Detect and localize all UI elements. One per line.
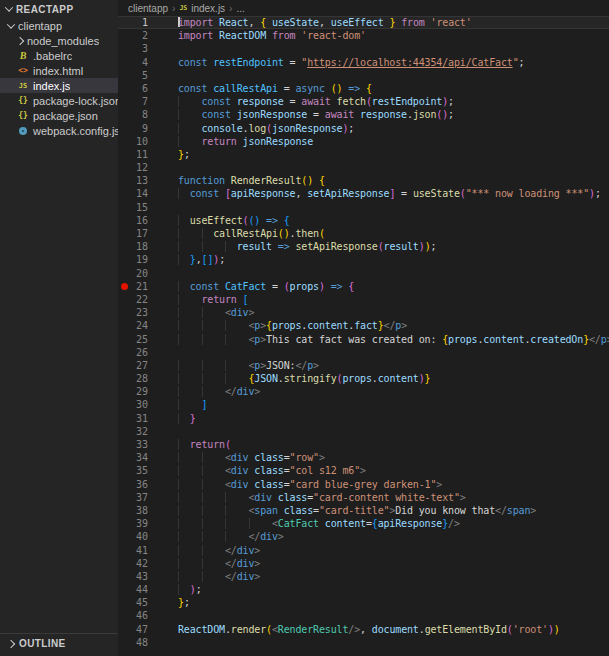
code-line-27[interactable]: 27 <p>JSON:</p> bbox=[118, 359, 609, 372]
code-line-7[interactable]: 7 const response = await fetch(restEndpo… bbox=[118, 95, 609, 108]
code-line-37[interactable]: 37 <div class="card-content white-text"> bbox=[118, 491, 609, 504]
gutter[interactable]: 13 bbox=[118, 174, 163, 187]
gutter[interactable]: 35 bbox=[118, 464, 163, 477]
breakpoint-icon[interactable] bbox=[118, 283, 131, 290]
gutter[interactable]: 9 bbox=[118, 122, 163, 135]
code-line-13[interactable]: 13function RenderResult() { bbox=[118, 174, 609, 187]
code-line-40[interactable]: 40 </div> bbox=[118, 530, 609, 543]
gutter[interactable]: 46 bbox=[118, 609, 163, 622]
gutter[interactable]: 23 bbox=[118, 306, 163, 319]
sidebar-item-package.json[interactable]: {}package.json bbox=[0, 108, 118, 123]
gutter[interactable]: 14 bbox=[118, 187, 163, 200]
gutter[interactable]: 47 bbox=[118, 623, 163, 636]
gutter[interactable]: 24 bbox=[118, 319, 163, 332]
code-line-35[interactable]: 35 <div class="col s12 m6"> bbox=[118, 464, 609, 477]
code-line-44[interactable]: 44 ); bbox=[118, 583, 609, 596]
gutter[interactable]: 29 bbox=[118, 385, 163, 398]
gutter[interactable]: 48 bbox=[118, 636, 163, 649]
sidebar-item-node_modules[interactable]: node_modules bbox=[0, 33, 118, 48]
code-line-10[interactable]: 10 return jsonResponse bbox=[118, 135, 609, 148]
gutter[interactable]: 22 bbox=[118, 293, 163, 306]
code-line-28[interactable]: 28 {JSON.stringify(props.content)} bbox=[118, 372, 609, 385]
code-line-41[interactable]: 41 </div> bbox=[118, 544, 609, 557]
code-line-38[interactable]: 38 <span class="card-title">Did you know… bbox=[118, 504, 609, 517]
code-line-18[interactable]: 18 result => setApiResponse(result)); bbox=[118, 240, 609, 253]
gutter[interactable]: 27 bbox=[118, 359, 163, 372]
code-line-47[interactable]: 47ReactDOM.render(<RenderResult/>, docum… bbox=[118, 623, 609, 636]
gutter[interactable]: 11 bbox=[118, 148, 163, 161]
gutter[interactable]: 18 bbox=[118, 240, 163, 253]
gutter[interactable]: 45 bbox=[118, 596, 163, 609]
code-line-42[interactable]: 42 </div> bbox=[118, 557, 609, 570]
gutter[interactable]: 7 bbox=[118, 95, 163, 108]
sidebar-item-index.html[interactable]: <>index.html bbox=[0, 63, 118, 78]
gutter[interactable]: 37 bbox=[118, 491, 163, 504]
code-line-43[interactable]: 43 </div> bbox=[118, 570, 609, 583]
gutter[interactable]: 26 bbox=[118, 346, 163, 359]
breadcrumb-folder[interactable]: clientapp bbox=[128, 3, 168, 14]
gutter[interactable]: 17 bbox=[118, 227, 163, 240]
gutter[interactable]: 34 bbox=[118, 451, 163, 464]
gutter[interactable]: 43 bbox=[118, 570, 163, 583]
code-line-1[interactable]: 1import React, { useState, useEffect } f… bbox=[118, 16, 609, 29]
code-line-34[interactable]: 34 <div class="row"> bbox=[118, 451, 609, 464]
code-line-33[interactable]: 33 return( bbox=[118, 438, 609, 451]
code-line-29[interactable]: 29 </div> bbox=[118, 385, 609, 398]
code-line-30[interactable]: 30 ] bbox=[118, 398, 609, 411]
sidebar-item-webpack.config.js[interactable]: webpack.config.js bbox=[0, 123, 118, 138]
gutter[interactable]: 12 bbox=[118, 161, 163, 174]
gutter[interactable]: 36 bbox=[118, 478, 163, 491]
code-line-17[interactable]: 17 callRestApi().then( bbox=[118, 227, 609, 240]
code-line-22[interactable]: 22 return [ bbox=[118, 293, 609, 306]
gutter[interactable]: 41 bbox=[118, 544, 163, 557]
gutter[interactable]: 28 bbox=[118, 372, 163, 385]
code-line-11[interactable]: 11}; bbox=[118, 148, 609, 161]
code-line-46[interactable]: 46 bbox=[118, 609, 609, 622]
gutter[interactable]: 20 bbox=[118, 267, 163, 280]
code-line-39[interactable]: 39 <CatFact content={apiResponse}/> bbox=[118, 517, 609, 530]
gutter[interactable]: 3 bbox=[118, 42, 163, 55]
gutter[interactable]: 44 bbox=[118, 583, 163, 596]
code-line-31[interactable]: 31 } bbox=[118, 412, 609, 425]
gutter[interactable]: 10 bbox=[118, 135, 163, 148]
sidebar-item-clientapp[interactable]: clientapp bbox=[0, 18, 118, 33]
gutter[interactable]: 30 bbox=[118, 398, 163, 411]
code-line-26[interactable]: 26 bbox=[118, 346, 609, 359]
gutter[interactable]: 5 bbox=[118, 69, 163, 82]
gutter[interactable]: 32 bbox=[118, 425, 163, 438]
breadcrumb-symbol[interactable]: ... bbox=[236, 3, 244, 14]
code-line-8[interactable]: 8 const jsonResponse = await response.js… bbox=[118, 108, 609, 121]
code-line-5[interactable]: 5 bbox=[118, 69, 609, 82]
gutter[interactable]: 31 bbox=[118, 412, 163, 425]
code-line-14[interactable]: 14 const [apiResponse, setApiResponse] =… bbox=[118, 187, 609, 200]
outline-section-header[interactable]: OUTLINE bbox=[0, 633, 118, 653]
gutter[interactable]: 25 bbox=[118, 333, 163, 346]
code-line-48[interactable]: 48 bbox=[118, 636, 609, 649]
code-line-9[interactable]: 9 console.log(jsonResponse); bbox=[118, 122, 609, 135]
code-line-16[interactable]: 16 useEffect(() => { bbox=[118, 214, 609, 227]
gutter[interactable]: 8 bbox=[118, 108, 163, 121]
code-line-45[interactable]: 45}; bbox=[118, 596, 609, 609]
sidebar-item-package-lock.json[interactable]: {}package-lock.json bbox=[0, 93, 118, 108]
code-line-23[interactable]: 23 <div> bbox=[118, 306, 609, 319]
gutter[interactable]: 39 bbox=[118, 517, 163, 530]
code-line-25[interactable]: 25 <p>This cat fact was created on: {pro… bbox=[118, 333, 609, 346]
gutter[interactable]: 38 bbox=[118, 504, 163, 517]
code-line-20[interactable]: 20 bbox=[118, 267, 609, 280]
code-line-21[interactable]: 21 const CatFact = (props) => { bbox=[118, 280, 609, 293]
gutter[interactable]: 40 bbox=[118, 530, 163, 543]
code-line-32[interactable]: 32 bbox=[118, 425, 609, 438]
gutter[interactable]: 4 bbox=[118, 56, 163, 69]
code-line-3[interactable]: 3 bbox=[118, 42, 609, 55]
gutter[interactable]: 15 bbox=[118, 201, 163, 214]
gutter[interactable]: 33 bbox=[118, 438, 163, 451]
code-line-19[interactable]: 19 },[]); bbox=[118, 253, 609, 266]
explorer-section-header[interactable]: REACTAPP bbox=[0, 0, 118, 18]
code-line-2[interactable]: 2import ReactDOM from 'react-dom' bbox=[118, 29, 609, 42]
gutter[interactable]: 16 bbox=[118, 214, 163, 227]
gutter[interactable]: 1 bbox=[118, 16, 163, 29]
code-line-36[interactable]: 36 <div class="card blue-grey darken-1"> bbox=[118, 478, 609, 491]
code-line-6[interactable]: 6const callRestApi = async () => { bbox=[118, 82, 609, 95]
gutter[interactable]: 2 bbox=[118, 29, 163, 42]
gutter[interactable]: 6 bbox=[118, 82, 163, 95]
